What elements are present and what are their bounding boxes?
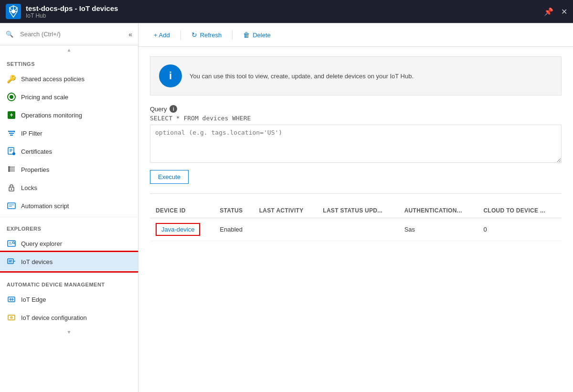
sidebar-item-shared-access[interactable]: 🔑 Shared access policies xyxy=(0,70,138,88)
pin-icon[interactable]: 📌 xyxy=(544,7,553,16)
refresh-button[interactable]: ↻ Refresh xyxy=(186,28,228,42)
device-last-status-cell xyxy=(317,218,398,241)
svg-point-49 xyxy=(11,317,12,318)
svg-point-28 xyxy=(11,189,12,190)
query-static-text: SELECT * FROM devices WHERE xyxy=(150,115,562,122)
automation-icon xyxy=(7,201,16,211)
search-input[interactable] xyxy=(16,28,124,40)
main-layout: 🔍 « ▲ SETTINGS 🔑 Shared access policies … xyxy=(0,23,573,392)
sidebar-label-automation: Automation script xyxy=(21,202,69,210)
device-id-link[interactable]: Java-device xyxy=(156,223,200,236)
auto-device-section-label: AUTOMATIC DEVICE MANAGEMENT xyxy=(0,275,138,290)
svg-point-9 xyxy=(10,95,13,99)
query-explorer-icon xyxy=(7,239,16,248)
svg-text:+: + xyxy=(10,112,13,118)
sidebar-item-query-explorer[interactable]: Query explorer xyxy=(0,234,138,253)
add-button[interactable]: + Add xyxy=(148,29,176,42)
sidebar-item-locks[interactable]: Locks xyxy=(0,179,138,197)
properties-icon xyxy=(7,165,16,174)
devices-table: DEVICE ID STATUS LAST ACTIVITY LAST STAT… xyxy=(150,203,562,241)
col-cloud-to-device: CLOUD TO DEVICE ... xyxy=(478,203,562,218)
settings-section-label: SETTINGS xyxy=(0,54,138,70)
query-label: Query i xyxy=(150,105,562,113)
title-bar-controls[interactable]: 📌 ✕ xyxy=(544,7,567,16)
toolbar-sep-2 xyxy=(232,30,233,40)
svg-point-17 xyxy=(12,152,15,155)
toolbar: + Add ↻ Refresh 🗑 Delete xyxy=(138,23,573,47)
pricing-icon xyxy=(7,92,16,102)
sidebar: 🔍 « ▲ SETTINGS 🔑 Shared access policies … xyxy=(0,23,138,392)
sidebar-label-operations: Operations monitoring xyxy=(21,112,82,119)
table-header-row: DEVICE ID STATUS LAST ACTIVITY LAST STAT… xyxy=(150,203,562,218)
iot-config-icon xyxy=(7,313,16,322)
content-body: i You can use this tool to view, create,… xyxy=(138,47,573,392)
svg-line-36 xyxy=(14,243,15,244)
collapse-button[interactable]: « xyxy=(128,31,132,38)
info-banner-text: You can use this tool to view, create, u… xyxy=(190,73,414,80)
sidebar-label-certificates: Certificates xyxy=(21,148,52,155)
divider-1 xyxy=(0,217,138,217)
sidebar-item-properties[interactable]: Properties xyxy=(0,160,138,179)
iot-edge-icon xyxy=(7,295,16,304)
sidebar-label-properties: Properties xyxy=(21,166,49,173)
sidebar-scroll: ▲ SETTINGS 🔑 Shared access policies Pric… xyxy=(0,45,138,392)
device-cloud-cell: 0 xyxy=(478,218,562,241)
app-logo xyxy=(6,4,21,19)
info-banner: i You can use this tool to view, create,… xyxy=(150,56,562,95)
sidebar-item-certificates[interactable]: Certificates xyxy=(0,142,138,160)
search-icon: 🔍 xyxy=(6,31,13,38)
svg-point-25 xyxy=(8,168,10,170)
sidebar-item-iot-devices[interactable]: IoT devices xyxy=(0,253,138,271)
explorers-section-label: EXPLORERS xyxy=(0,219,138,234)
delete-icon: 🗑 xyxy=(243,31,250,39)
sidebar-label-iot-device-config: IoT device configuration xyxy=(21,314,87,321)
content-area: + Add ↻ Refresh 🗑 Delete i You can use t… xyxy=(138,23,573,392)
col-last-activity: LAST ACTIVITY xyxy=(254,203,318,218)
sidebar-item-ipfilter[interactable]: IP Filter xyxy=(0,124,138,142)
title-bar-text: test-docs-dps - IoT devices IoT Hub xyxy=(26,4,544,19)
sidebar-label-iot-devices: IoT devices xyxy=(21,258,53,265)
query-info-icon: i xyxy=(170,105,177,113)
device-status-cell: Enabled xyxy=(214,218,253,241)
sidebar-item-iot-edge[interactable]: IoT Edge xyxy=(0,290,138,308)
device-auth-cell: Sas xyxy=(399,218,478,241)
divider-2 xyxy=(0,273,138,273)
execute-button[interactable]: Execute xyxy=(150,170,189,184)
certificates-icon xyxy=(7,147,16,156)
sidebar-label-locks: Locks xyxy=(21,184,37,191)
svg-point-2 xyxy=(11,10,15,13)
device-last-activity-cell xyxy=(254,218,318,241)
col-authentication: AUTHENTICATION... xyxy=(399,203,478,218)
table-row: Java-device Enabled Sas 0 xyxy=(150,218,562,241)
col-last-status: LAST STATUS UPD... xyxy=(317,203,398,218)
sidebar-item-pricing[interactable]: Pricing and scale xyxy=(0,88,138,106)
iot-devices-icon xyxy=(7,257,16,266)
app-title: test-docs-dps - IoT devices xyxy=(26,4,544,12)
sidebar-item-iot-device-config[interactable]: IoT device configuration xyxy=(0,308,138,327)
device-id-cell[interactable]: Java-device xyxy=(150,218,214,241)
sidebar-item-automation[interactable]: Automation script xyxy=(0,197,138,215)
ipfilter-icon xyxy=(7,128,16,138)
query-section: Query i SELECT * FROM devices WHERE Exec… xyxy=(150,105,562,184)
col-status: STATUS xyxy=(214,203,253,218)
query-input[interactable] xyxy=(150,125,562,163)
refresh-icon: ↻ xyxy=(191,31,197,39)
svg-rect-13 xyxy=(9,133,14,134)
svg-point-26 xyxy=(8,170,10,172)
sidebar-item-operations[interactable]: + Operations monitoring xyxy=(0,106,138,124)
close-icon[interactable]: ✕ xyxy=(561,7,567,16)
toolbar-sep-1 xyxy=(180,30,181,40)
svg-point-35 xyxy=(12,242,14,244)
refresh-label: Refresh xyxy=(200,32,222,39)
svg-rect-14 xyxy=(10,135,13,136)
sidebar-label-ipfilter: IP Filter xyxy=(21,130,42,137)
sidebar-label-query-explorer: Query explorer xyxy=(21,240,62,247)
svg-point-24 xyxy=(8,166,10,168)
query-label-text: Query xyxy=(150,106,167,113)
sidebar-label-pricing: Pricing and scale xyxy=(21,94,68,101)
delete-label: Delete xyxy=(253,32,271,39)
locks-icon xyxy=(7,183,16,192)
title-bar: test-docs-dps - IoT devices IoT Hub 📌 ✕ xyxy=(0,0,573,23)
delete-button[interactable]: 🗑 Delete xyxy=(237,28,276,42)
info-icon: i xyxy=(159,64,182,87)
